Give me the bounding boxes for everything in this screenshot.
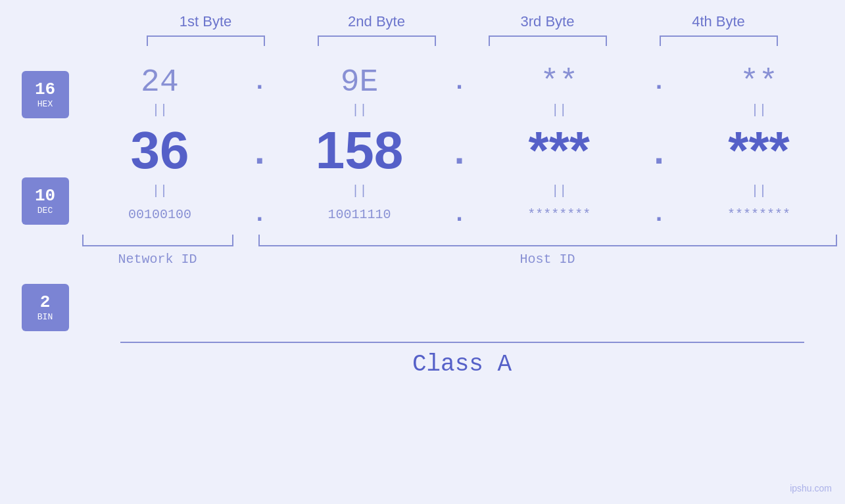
bin-dot-3: . — [649, 201, 669, 228]
dec-row: 36 . 158 . *** . *** — [82, 120, 837, 181]
byte-label-4: 4th Byte — [653, 13, 785, 30]
dec-cell-2: 158 — [294, 120, 425, 181]
hex-value-2: 9E — [341, 64, 379, 100]
byte-label-2: 2nd Byte — [311, 13, 443, 30]
bin-cell-2: 10011110 — [294, 207, 425, 222]
dec-badge-label: DEC — [37, 206, 53, 216]
hex-badge: 16 HEX — [22, 71, 69, 118]
header-row: 1st Byte 2nd Byte 3rd Byte 4th Byte — [120, 0, 804, 30]
hex-dot-1: . — [250, 69, 270, 96]
bracket-4 — [660, 35, 778, 46]
bin-badge-label: BIN — [37, 312, 53, 322]
class-section: Class A — [120, 342, 804, 378]
dec-badge-number: 10 — [35, 187, 55, 204]
dec-dot-3: . — [649, 133, 669, 175]
hex-cell-4: ** — [693, 64, 825, 100]
equals-5: || — [94, 183, 226, 198]
dec-badge: 10 DEC — [22, 177, 69, 225]
hex-badge-number: 16 — [35, 81, 55, 98]
bin-dot-2: . — [449, 201, 469, 228]
segment-labels: Network ID Host ID — [82, 252, 837, 267]
bin-cell-1: 00100100 — [94, 207, 226, 222]
main-container: 1st Byte 2nd Byte 3rd Byte 4th Byte 16 H… — [0, 0, 845, 504]
dec-value-1: 36 — [130, 120, 189, 181]
hex-dot-2: . — [449, 69, 469, 96]
equals-2: || — [294, 103, 425, 118]
class-divider — [120, 342, 804, 343]
host-id-label: Host ID — [258, 252, 837, 267]
hex-value-4: ** — [740, 64, 778, 100]
bin-value-4: ******** — [727, 207, 790, 222]
equals-1: || — [94, 103, 226, 118]
hex-cell-3: ** — [493, 64, 625, 100]
bin-badge: 2 BIN — [22, 284, 69, 331]
hex-row: 24 . 9E . ** . ** — [82, 64, 837, 100]
bin-value-1: 00100100 — [128, 207, 191, 222]
badges-column: 16 HEX 10 DEC 2 BIN — [22, 71, 69, 331]
bin-cell-3: ******** — [493, 207, 625, 222]
equals-row-2: || || || || — [82, 183, 837, 198]
watermark: ipshu.com — [790, 483, 832, 493]
bottom-bracket-row — [82, 235, 837, 246]
equals-3: || — [493, 103, 625, 118]
dec-cell-4: *** — [693, 120, 825, 181]
bracket-host — [258, 235, 837, 246]
equals-7: || — [493, 183, 625, 198]
bracket-3 — [489, 35, 607, 46]
dec-dot-2: . — [449, 133, 469, 175]
equals-6: || — [294, 183, 425, 198]
dec-cell-3: *** — [493, 120, 625, 181]
byte-label-3: 3rd Byte — [482, 13, 614, 30]
dec-cell-1: 36 — [94, 120, 226, 181]
bin-dot-1: . — [250, 201, 270, 228]
byte-label-1: 1st Byte — [140, 13, 272, 30]
hex-badge-label: HEX — [37, 99, 53, 109]
bin-row: 00100100 . 10011110 . ******** . *******… — [82, 201, 837, 228]
dec-dot-1: . — [250, 133, 270, 175]
network-id-label: Network ID — [82, 252, 233, 267]
hex-value-1: 24 — [141, 64, 179, 100]
dec-value-4: *** — [728, 120, 789, 181]
equals-4: || — [693, 103, 825, 118]
bracket-1 — [147, 35, 265, 46]
equals-8: || — [693, 183, 825, 198]
equals-row-1: || || || || — [82, 103, 837, 118]
bin-badge-number: 2 — [40, 294, 51, 311]
hex-cell-1: 24 — [94, 64, 226, 100]
class-label: Class A — [120, 351, 804, 378]
hex-value-3: ** — [540, 64, 578, 100]
data-section: 24 . 9E . ** . ** || || — [82, 58, 837, 267]
bin-value-2: 10011110 — [328, 207, 391, 222]
dec-value-3: *** — [529, 120, 590, 181]
hex-cell-2: 9E — [294, 64, 425, 100]
bin-cell-4: ******** — [693, 207, 825, 222]
bracket-2 — [318, 35, 436, 46]
bracket-network — [82, 235, 233, 246]
top-bracket-row — [120, 35, 804, 46]
hex-dot-3: . — [649, 69, 669, 96]
bin-value-3: ******** — [527, 207, 591, 222]
dec-value-2: 158 — [316, 120, 403, 181]
